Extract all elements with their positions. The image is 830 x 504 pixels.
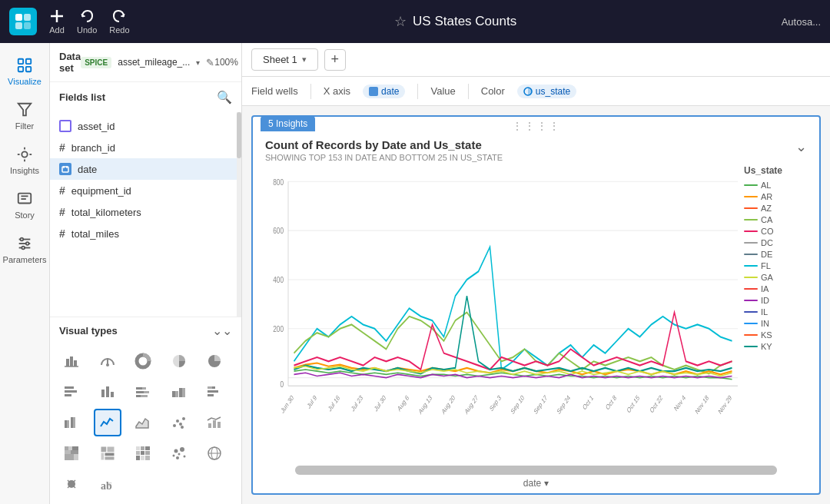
visual-area[interactable] xyxy=(129,409,157,436)
sidebar-item-story[interactable]: Story xyxy=(0,183,49,227)
chart-body: 800 600 400 200 0 xyxy=(253,165,819,466)
left-panel: Data set SPICE asset_mileage_... ▾ ✎ 100… xyxy=(50,43,242,504)
svg-rect-69 xyxy=(71,450,78,454)
field-wells-label: Field wells xyxy=(251,85,298,97)
svg-point-58 xyxy=(176,419,179,423)
svg-rect-39 xyxy=(136,387,142,390)
legend-color-DE xyxy=(744,254,758,255)
fields-search-icon[interactable]: 🔍 xyxy=(217,90,232,104)
visual-pie2[interactable] xyxy=(201,347,228,375)
svg-rect-62 xyxy=(208,423,211,428)
pencil-icon[interactable]: ✎ xyxy=(206,57,214,68)
field-date[interactable]: date xyxy=(50,158,241,180)
svg-rect-74 xyxy=(101,453,105,460)
legend-GA: GA xyxy=(744,273,807,282)
app-logo xyxy=(9,8,37,35)
visual-combo[interactable] xyxy=(201,409,228,436)
legend-color-FL xyxy=(744,265,758,267)
legend-IL: IL xyxy=(744,307,807,317)
svg-text:Aug 6: Aug 6 xyxy=(397,393,410,413)
svg-text:Oct 15: Oct 15 xyxy=(626,393,640,415)
legend-DC: DC xyxy=(744,238,807,247)
x-axis-field-tag[interactable]: date xyxy=(363,85,405,98)
svg-rect-40 xyxy=(142,387,146,390)
visual-donut[interactable] xyxy=(129,347,157,375)
visual-text[interactable]: abc xyxy=(94,470,121,498)
visual-scatter2[interactable] xyxy=(165,439,193,467)
svg-point-89 xyxy=(180,447,184,452)
drag-handle[interactable]: ⋮⋮⋮⋮ xyxy=(512,120,561,132)
sidebar-item-visualize[interactable]: Visualize xyxy=(0,49,49,94)
field-asset-id[interactable]: asset_id xyxy=(50,115,241,137)
svg-rect-75 xyxy=(105,453,115,456)
visual-kpi[interactable] xyxy=(58,347,85,375)
zoom-percent: 100% xyxy=(214,57,238,68)
sidebar-item-parameters[interactable]: Parameters xyxy=(0,227,49,272)
visual-bar[interactable] xyxy=(94,378,121,406)
svg-rect-38 xyxy=(111,392,114,397)
undo-button[interactable]: Undo xyxy=(77,8,97,35)
add-sheet-button[interactable]: + xyxy=(324,49,346,71)
visual-globe[interactable] xyxy=(201,439,228,467)
legend-color-CA xyxy=(744,219,758,220)
svg-rect-8 xyxy=(18,67,23,71)
sidebar-item-insights[interactable]: Insights xyxy=(0,138,49,183)
visual-types-grid: abc xyxy=(50,344,241,504)
color-field-tag[interactable]: us_state xyxy=(517,85,576,98)
field-branch-id[interactable]: # branch_id xyxy=(50,137,241,158)
visual-pie[interactable] xyxy=(165,347,193,375)
chart-svg: 800 600 400 200 0 xyxy=(265,165,738,459)
collapse-visual-types-icon[interactable]: ⌄⌄ xyxy=(212,323,232,338)
legend-color-GA xyxy=(744,277,758,278)
svg-rect-36 xyxy=(101,390,105,397)
autosave-label: Autosa... xyxy=(782,16,821,28)
legend-color-ID xyxy=(744,300,758,301)
legend-color-DC xyxy=(744,242,758,244)
field-total-miles[interactable]: # total_miles xyxy=(50,223,241,244)
dataset-header: Data set SPICE asset_mileage_... ▾ ✎ 100… xyxy=(50,43,241,82)
visual-stackhbar[interactable] xyxy=(129,378,157,406)
x-axis-dropdown-icon[interactable]: ▾ xyxy=(544,478,549,489)
svg-rect-64 xyxy=(217,422,221,428)
visual-scatter[interactable] xyxy=(165,409,193,436)
spice-badge: SPICE xyxy=(81,57,111,68)
visual-heatmap[interactable] xyxy=(129,439,157,467)
visual-map[interactable] xyxy=(58,439,85,467)
visual-line[interactable] xyxy=(94,409,121,436)
insights-tab[interactable]: 5 Insights xyxy=(261,116,315,131)
svg-rect-34 xyxy=(65,390,77,393)
visual-vbar2[interactable] xyxy=(165,378,193,406)
chart-card: 5 Insights ⋮⋮⋮⋮ Count of Records by Date… xyxy=(251,115,821,495)
svg-rect-80 xyxy=(136,451,140,455)
svg-rect-79 xyxy=(145,446,150,450)
svg-text:Jun 30: Jun 30 xyxy=(280,393,295,415)
favorite-icon[interactable]: ☆ xyxy=(394,13,407,30)
redo-button[interactable]: Redo xyxy=(109,8,129,35)
visual-hbar[interactable] xyxy=(58,378,85,406)
chart-scroll-bar[interactable] xyxy=(295,466,777,475)
dataset-dropdown-icon[interactable]: ▾ xyxy=(196,58,200,67)
field-equipment-id[interactable]: # equipment_id xyxy=(50,180,241,201)
visual-plugin[interactable] xyxy=(58,470,85,498)
field-total-kilometers[interactable]: # total_kilometers xyxy=(50,201,241,223)
svg-rect-56 xyxy=(73,417,75,428)
visual-hbar3[interactable] xyxy=(201,378,228,406)
add-button[interactable]: Add xyxy=(49,8,65,35)
chart-collapse-button[interactable]: ⌄ xyxy=(795,138,807,155)
visual-treemap[interactable] xyxy=(94,439,121,467)
sheet-1-tab[interactable]: Sheet 1 ▾ xyxy=(251,48,318,71)
svg-rect-83 xyxy=(136,456,140,460)
visual-bar4[interactable] xyxy=(58,409,85,436)
svg-rect-6 xyxy=(18,59,23,64)
visual-gauge[interactable] xyxy=(94,347,121,375)
svg-text:Jul 16: Jul 16 xyxy=(327,393,341,413)
x-axis-label: X axis xyxy=(324,85,350,97)
svg-point-29 xyxy=(106,363,109,366)
svg-rect-45 xyxy=(172,391,175,397)
chart-title-area: Count of Records by Date and Us_state SH… xyxy=(265,138,503,162)
chart-subtitle: SHOWING TOP 153 IN DATE AND BOTTOM 25 IN… xyxy=(265,153,503,162)
fields-list: asset_id # branch_id date # equipment_id… xyxy=(50,112,241,317)
sidebar-item-filter[interactable]: Filter xyxy=(0,94,49,138)
sheet-dropdown-icon[interactable]: ▾ xyxy=(302,55,307,65)
svg-rect-70 xyxy=(65,454,74,460)
